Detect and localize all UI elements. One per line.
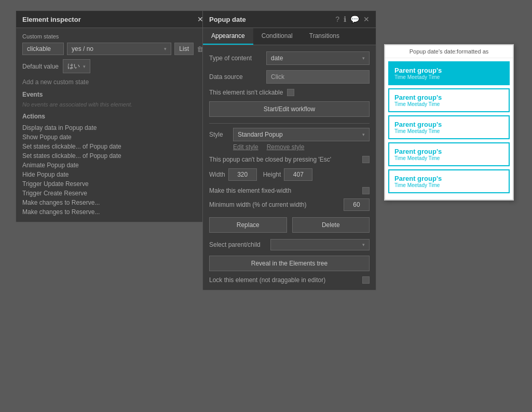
edit-style-link[interactable]: Edit style <box>233 143 258 151</box>
not-clickable-row: This element isn't clickable <box>209 89 370 96</box>
preview-item-2-sub: Time Meetady Time <box>394 101 503 107</box>
action-item-1[interactable]: Show Popup date <box>22 132 203 142</box>
min-width-label: Minimum width (% of current width) <box>209 201 339 208</box>
select-parent-dropdown[interactable]: ▾ <box>270 239 370 250</box>
action-item-6[interactable]: Trigger Update Reserve <box>22 179 203 189</box>
select-parent-row: Select parent/child ▾ <box>209 239 370 250</box>
workflow-button[interactable]: Start/Edit workflow <box>209 101 370 117</box>
element-inspector-panel: Element inspector ✕ Custom states clicka… <box>16 10 210 222</box>
data-source-row: Data source Click <box>209 70 370 84</box>
action-item-0[interactable]: Display data in Popup date <box>22 123 203 132</box>
state-type-dropdown[interactable]: yes / no ▾ <box>67 43 171 55</box>
preview-item-5[interactable]: Parent group's Time Meetady Time <box>388 169 510 193</box>
fixed-width-label: Make this element fixed-width <box>209 187 358 194</box>
lock-label: Lock this element (not draggable in edit… <box>209 276 358 284</box>
lock-checkbox[interactable] <box>362 276 370 284</box>
width-label: Width <box>209 171 225 178</box>
tab-appearance[interactable]: Appearance <box>203 28 253 45</box>
remove-style-link[interactable]: Remove style <box>267 143 305 151</box>
esc-row: This popup can't be closed by pressing '… <box>209 156 370 163</box>
tab-conditional[interactable]: Conditional <box>253 28 301 45</box>
reveal-button[interactable]: Reveal in the Elements tree <box>209 256 370 271</box>
min-width-row: Minimum width (% of current width) <box>209 198 370 211</box>
style-dropdown-arrow: ▾ <box>362 132 365 137</box>
action-item-9[interactable]: Make changes to Reserve... <box>22 207 203 217</box>
custom-states-label: Custom states <box>22 33 203 39</box>
question-icon[interactable]: ? <box>335 15 339 23</box>
min-width-input[interactable] <box>344 198 370 211</box>
replace-button[interactable]: Replace <box>209 217 287 233</box>
height-group: Height <box>263 168 313 181</box>
action-buttons-row: Replace Delete <box>209 217 370 233</box>
preview-item-4[interactable]: Parent group's Time Meetady Time <box>388 142 510 166</box>
not-clickable-label: This element isn't clickable <box>209 89 283 96</box>
popup-preview-items: Parent group's Time Meetady Time Parent … <box>385 58 513 200</box>
preview-item-1[interactable]: Parent group's Time Meetady Time <box>388 61 510 85</box>
element-inspector-header: Element inspector ✕ <box>16 11 210 28</box>
popup-date-panel: Popup date ? ℹ 💬 ✕ Appearance Conditiona… <box>202 10 376 290</box>
actions-list: Display data in Popup date Show Popup da… <box>22 123 203 217</box>
preview-item-3-sub: Time Meetady Time <box>394 128 503 134</box>
select-parent-label: Select parent/child <box>209 241 266 248</box>
action-item-5[interactable]: Hide Popup date <box>22 170 203 179</box>
popup-date-title: Popup date <box>209 16 246 23</box>
preview-item-4-sub: Time Meetady Time <box>394 155 503 161</box>
events-section-title: Events <box>22 91 203 98</box>
fixed-width-row: Make this element fixed-width <box>209 187 370 194</box>
state-type-value: yes / no <box>72 45 93 52</box>
custom-state-row: clickable yes / no ▾ List 🗑 <box>22 43 203 55</box>
tab-transitions[interactable]: Transitions <box>301 28 348 45</box>
style-dropdown[interactable]: Standard Popup ▾ <box>233 128 370 141</box>
popup-date-header: Popup date ? ℹ 💬 ✕ <box>203 11 376 28</box>
height-input[interactable] <box>284 168 312 181</box>
type-of-content-dropdown[interactable]: date ▾ <box>266 51 370 65</box>
add-custom-state-link[interactable]: Add a new custom state <box>22 78 203 86</box>
preview-item-1-sub: Time Meetady Time <box>394 74 503 80</box>
info-icon[interactable]: ℹ <box>344 15 346 23</box>
action-item-4[interactable]: Animate Popup date <box>22 161 203 170</box>
preview-item-2[interactable]: Parent group's Time Meetady Time <box>388 88 510 112</box>
type-of-content-arrow: ▾ <box>362 56 365 61</box>
delete-button[interactable]: Delete <box>292 217 370 233</box>
default-value-label: Default value <box>22 63 59 70</box>
height-label: Height <box>263 171 281 178</box>
type-of-content-value: date <box>271 55 283 62</box>
preview-item-3-title: Parent group's <box>394 121 503 128</box>
lock-row: Lock this element (not draggable in edit… <box>209 276 370 284</box>
fixed-width-checkbox[interactable] <box>362 187 370 194</box>
type-of-content-row: Type of content date ▾ <box>209 51 370 65</box>
no-events-text: No events are associated with this eleme… <box>22 101 203 108</box>
popup-date-header-icons: ? ℹ 💬 ✕ <box>335 15 370 23</box>
data-source-label: Data source <box>209 73 266 81</box>
action-item-3[interactable]: Set states clickable... of Popup date <box>22 151 203 161</box>
select-parent-arrow: ▾ <box>362 242 365 247</box>
width-group: Width <box>209 168 257 181</box>
preview-item-3[interactable]: Parent group's Time Meetady Time <box>388 115 510 139</box>
esc-checkbox[interactable] <box>362 156 370 163</box>
chat-icon[interactable]: 💬 <box>350 15 359 23</box>
tabs-bar: Appearance Conditional Transitions <box>203 28 376 45</box>
popup-preview-panel: Popup date's date:formatted as Parent gr… <box>384 44 514 201</box>
style-links: Edit style Remove style <box>209 143 370 151</box>
preview-item-5-title: Parent group's <box>394 175 503 182</box>
not-clickable-checkbox[interactable] <box>287 89 294 96</box>
default-value-text: はい <box>67 62 80 71</box>
popup-date-close-icon[interactable]: ✕ <box>363 15 370 23</box>
actions-section-title: Actions <box>22 113 203 120</box>
action-item-8[interactable]: Make changes to Reserve... <box>22 198 203 207</box>
list-button[interactable]: List <box>174 43 194 55</box>
default-value-dropdown-arrow: ▾ <box>83 64 86 69</box>
state-type-dropdown-arrow: ▾ <box>164 46 167 51</box>
default-value-row: Default value はい ▾ <box>22 59 203 73</box>
dimension-row: Width Height <box>209 168 370 181</box>
action-item-7[interactable]: Trigger Create Reserve <box>22 189 203 198</box>
popup-preview-header: Popup date's date:formatted as <box>385 45 513 58</box>
divider-1 <box>209 123 370 124</box>
preview-item-5-sub: Time Meetady Time <box>394 182 503 188</box>
state-name-box[interactable]: clickable <box>22 43 64 55</box>
action-item-2[interactable]: Set states clickable... of Popup date <box>22 142 203 151</box>
data-source-input[interactable]: Click <box>266 70 370 84</box>
default-value-dropdown[interactable]: はい ▾ <box>63 59 90 73</box>
width-input[interactable] <box>228 168 257 181</box>
type-of-content-label: Type of content <box>209 55 266 62</box>
